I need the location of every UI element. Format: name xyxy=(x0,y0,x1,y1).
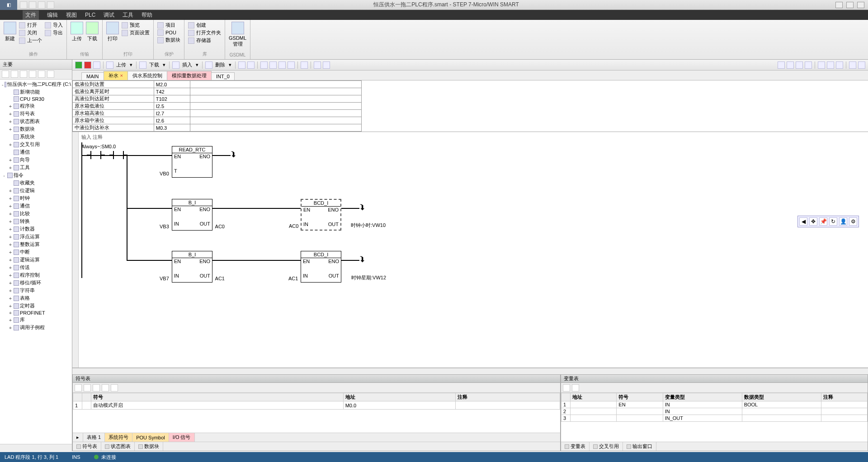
fb-bi-2[interactable]: B_I ENENO INOUT VB7 AC1 xyxy=(172,251,212,283)
var-name[interactable]: 原水箱低液位 xyxy=(73,103,154,110)
tree-item[interactable]: +传送 xyxy=(1,264,71,271)
tb-icon[interactable] xyxy=(796,61,803,69)
ptab-sys[interactable]: 系统符号 xyxy=(105,433,132,442)
tb-icon[interactable] xyxy=(288,61,295,69)
vt-cmt[interactable] xyxy=(821,415,867,422)
tree-item[interactable]: 收藏夹 xyxy=(1,179,71,187)
contact-2[interactable] xyxy=(113,151,124,159)
fb-bcdi-1[interactable]: BCD_I ENENO INOUT AC0 时钟小时:VW10 xyxy=(301,199,341,231)
expander-icon[interactable]: + xyxy=(8,104,13,109)
btab-status[interactable]: 状态图表 xyxy=(101,442,135,451)
expander-icon[interactable]: + xyxy=(8,310,13,316)
vt-sym[interactable] xyxy=(617,408,663,415)
ptab-pou[interactable]: POU Symbol xyxy=(132,433,169,442)
expander-icon[interactable]: + xyxy=(8,265,13,270)
upload-button[interactable]: 上传 xyxy=(71,22,83,42)
expander-icon[interactable]: + xyxy=(8,127,13,132)
expander-icon[interactable]: + xyxy=(8,111,13,117)
menu-help[interactable]: 帮助 xyxy=(142,11,152,19)
download-button[interactable]: 下载 xyxy=(86,22,99,42)
new-button[interactable]: 新建 xyxy=(4,22,16,44)
tb-delete[interactable]: 删除 xyxy=(214,61,226,68)
export-button[interactable]: 导出 xyxy=(45,29,63,36)
menu-edit[interactable]: 编辑 xyxy=(47,11,58,19)
open-button[interactable]: 打开 xyxy=(19,22,42,28)
tree-item[interactable]: +定时器 xyxy=(1,302,71,310)
expander-icon[interactable]: + xyxy=(8,303,13,309)
tb-insert[interactable]: 插入 xyxy=(181,61,193,68)
tb-icon[interactable] xyxy=(323,61,330,69)
tb-icon[interactable] xyxy=(260,61,268,69)
tree-item[interactable]: +浮点运算 xyxy=(1,233,71,240)
tb-icon[interactable] xyxy=(172,61,179,69)
tb-icon[interactable] xyxy=(805,61,812,69)
tree-item[interactable]: +表格 xyxy=(1,294,71,302)
run-icon[interactable] xyxy=(75,61,82,69)
tree-item[interactable]: +状态图表 xyxy=(1,118,71,125)
expander-icon[interactable]: + xyxy=(8,165,13,170)
editor-tab[interactable]: 模拟量数据处理 xyxy=(167,71,212,80)
tree-item[interactable]: +通信 xyxy=(1,202,71,210)
tree-item[interactable]: CPU SR30 xyxy=(1,96,71,102)
sym-sym[interactable]: 自动模式开启 xyxy=(91,401,344,410)
pou-button[interactable]: POU xyxy=(157,29,180,36)
expander-icon[interactable] xyxy=(8,150,13,155)
expander-icon[interactable]: + xyxy=(8,250,13,255)
var-cmt[interactable] xyxy=(190,81,361,88)
expander-icon[interactable]: + xyxy=(8,296,13,301)
tree-item[interactable]: +向导 xyxy=(1,156,71,164)
expander-icon[interactable]: + xyxy=(8,219,13,224)
st-icon[interactable] xyxy=(75,384,82,391)
tree-item[interactable]: +数据块 xyxy=(1,125,71,133)
vt-dtype[interactable] xyxy=(742,408,821,415)
var-cmt[interactable] xyxy=(190,88,361,95)
tb-icon[interactable] xyxy=(818,61,825,69)
editor-tab[interactable]: 补水× xyxy=(104,71,128,80)
qat-save-icon[interactable] xyxy=(38,1,45,9)
tb-icon[interactable] xyxy=(269,61,277,69)
expander-icon[interactable]: + xyxy=(8,226,13,232)
stop-icon[interactable] xyxy=(84,61,91,69)
tb-icon[interactable] xyxy=(205,61,212,69)
ft-center-icon[interactable]: ✥ xyxy=(809,217,817,226)
tree-item[interactable]: +调用子例程 xyxy=(1,324,71,331)
tb-icon[interactable] xyxy=(314,61,321,69)
tree-item[interactable]: 系统块 xyxy=(1,133,71,141)
ft-refresh-icon[interactable]: ↻ xyxy=(829,217,837,226)
expander-icon[interactable]: + xyxy=(8,257,13,263)
tree-item[interactable]: +程序块 xyxy=(1,102,71,110)
expander-icon[interactable]: - xyxy=(2,82,4,87)
menu-tools[interactable]: 工具 xyxy=(123,11,133,19)
memory-button[interactable]: 存储器 xyxy=(188,37,221,44)
dblock-button[interactable]: 数据块 xyxy=(157,37,180,43)
expander-icon[interactable]: + xyxy=(8,211,13,217)
gsdml-button[interactable]: GSDML 管理 xyxy=(229,22,246,47)
menu-debug[interactable]: 调试 xyxy=(104,11,114,19)
tb-icon[interactable] xyxy=(106,61,113,69)
preview-button[interactable]: 预览 xyxy=(122,22,150,28)
openlib-button[interactable]: 打开文件夹 xyxy=(188,29,221,36)
sym-addr[interactable]: M0.0 xyxy=(343,401,456,410)
tree-item[interactable]: +中断 xyxy=(1,248,71,256)
qat-print-icon[interactable] xyxy=(47,1,54,9)
nav-tool-icon[interactable] xyxy=(20,71,27,78)
editor-tab[interactable]: INT_0 xyxy=(211,72,235,80)
tb-icon[interactable] xyxy=(827,61,834,69)
expander-icon[interactable]: + xyxy=(8,325,13,330)
var-addr[interactable]: I2.7 xyxy=(154,110,190,117)
vt-body[interactable]: 地址 符号 变量类型 数据类型 注释 1ENINBOOL2IN3IN_OUT xyxy=(561,393,868,442)
tb-icon[interactable] xyxy=(787,61,794,69)
var-name[interactable]: 中液位到达补水 xyxy=(73,124,154,132)
tree-item[interactable]: +计数器 xyxy=(1,225,71,233)
var-cmt[interactable] xyxy=(190,103,361,110)
nav-tool-icon[interactable] xyxy=(11,71,18,78)
proj-button[interactable]: 项目 xyxy=(157,22,180,28)
hscroll[interactable] xyxy=(72,368,868,374)
ft-gear-icon[interactable]: ⚙ xyxy=(849,217,857,226)
tree-item[interactable]: +工具 xyxy=(1,164,71,171)
menu-file[interactable]: 文件 xyxy=(23,10,39,20)
st-icon[interactable] xyxy=(84,384,91,391)
expander-icon[interactable]: + xyxy=(8,196,13,201)
var-addr[interactable]: I2.5 xyxy=(154,103,190,110)
contact-sm00[interactable]: Always~:SM0.0 xyxy=(90,151,101,159)
